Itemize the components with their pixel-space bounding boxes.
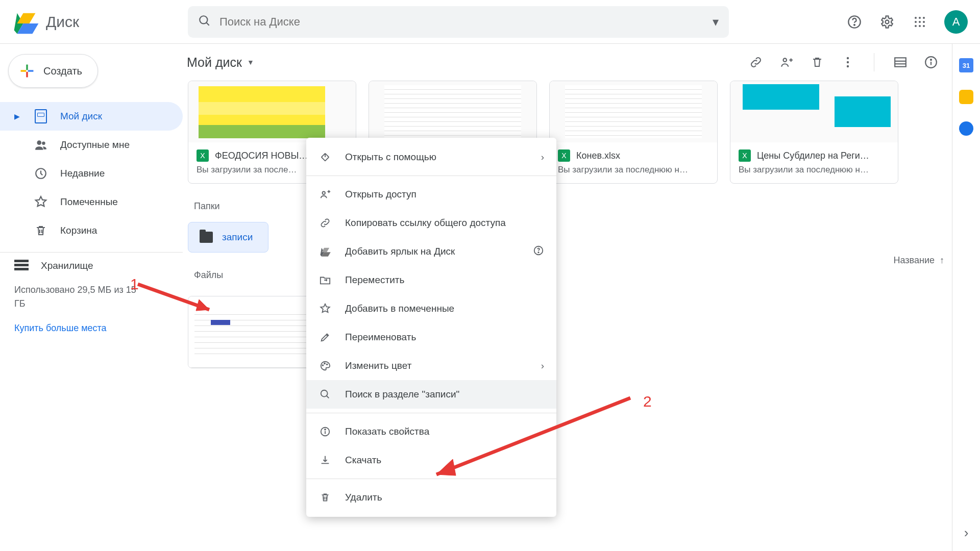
open-with-icon: [318, 151, 332, 164]
search-options-icon[interactable]: ▾: [713, 16, 719, 28]
ctx-label: Копировать ссылку общего доступа: [345, 217, 506, 229]
tasks-app-icon[interactable]: [959, 121, 973, 136]
link-icon: [318, 216, 332, 230]
search-icon: [318, 388, 332, 401]
ctx-delete[interactable]: Удалить: [306, 483, 556, 512]
sidebar-item-shared[interactable]: Доступные мне: [0, 131, 183, 159]
view-list-icon[interactable]: [893, 55, 908, 70]
ctx-label: Удалить: [345, 492, 382, 503]
svg-point-29: [538, 252, 538, 252]
details-icon[interactable]: [923, 55, 939, 70]
ctx-rename[interactable]: Переименовать: [306, 323, 556, 352]
expand-panel-icon[interactable]: ›: [964, 525, 969, 541]
file-title: Цены Субдилер на Реги…: [757, 151, 869, 161]
share-icon[interactable]: [779, 55, 794, 70]
help-icon[interactable]: [846, 14, 863, 30]
svg-marker-41: [436, 459, 456, 475]
search-input[interactable]: [219, 15, 713, 29]
ctx-star[interactable]: Добавить в помеченные: [306, 294, 556, 323]
apps-grid-icon[interactable]: [912, 14, 928, 30]
keep-app-icon[interactable]: [959, 90, 973, 104]
annotation-number-1: 1: [130, 276, 139, 293]
quick-card[interactable]: XЦены Субдилер на Реги… Вы загрузили за …: [730, 81, 898, 184]
get-link-icon[interactable]: [748, 55, 764, 70]
svg-point-4: [886, 20, 889, 23]
svg-point-10: [923, 21, 925, 23]
share-icon: [318, 188, 332, 201]
info-icon: [318, 425, 332, 438]
sort-control[interactable]: Название ↑: [894, 255, 944, 266]
file-subtitle: Вы загрузили за последнюю н…: [550, 165, 717, 183]
file-thumbnail: [730, 81, 898, 142]
xlsx-icon: X: [197, 149, 209, 162]
ctx-copy-link[interactable]: Копировать ссылку общего доступа: [306, 209, 556, 237]
download-icon: [318, 454, 332, 467]
svg-point-7: [923, 17, 925, 19]
breadcrumb[interactable]: Мой диск ▼: [187, 55, 254, 70]
svg-point-8: [915, 21, 917, 23]
svg-point-12: [919, 25, 921, 27]
sidebar-item-trash[interactable]: Корзина: [0, 216, 183, 245]
drive-shortcut-icon: [318, 245, 332, 258]
folder-icon: [200, 232, 213, 243]
shared-icon: [34, 138, 48, 152]
sidebar-item-label: Доступные мне: [60, 139, 130, 151]
recent-icon: [34, 166, 48, 181]
ctx-open-with[interactable]: Открыть с помощью ›: [306, 143, 556, 171]
help-icon[interactable]: [533, 245, 544, 259]
search-bar[interactable]: ▾: [188, 6, 729, 38]
ctx-change-color[interactable]: Изменить цвет ›: [306, 352, 556, 380]
svg-line-40: [436, 398, 630, 474]
annotation-arrow-1: [133, 274, 230, 320]
ctx-separator: [306, 176, 556, 176]
toolbar-actions: [748, 53, 939, 71]
svg-point-27: [323, 192, 326, 195]
ctx-move[interactable]: Переместить: [306, 266, 556, 294]
ctx-add-shortcut[interactable]: Добавить ярлык на Диск: [306, 237, 556, 266]
folder-item[interactable]: записи: [188, 222, 268, 253]
my-drive-icon: [34, 109, 48, 123]
more-icon[interactable]: [840, 55, 855, 70]
sidebar-item-recent[interactable]: Недавние: [0, 159, 183, 188]
svg-point-30: [323, 365, 324, 366]
sidebar-item-label: Помеченные: [60, 196, 118, 208]
sidebar-item-label: Недавние: [60, 168, 105, 179]
calendar-app-icon[interactable]: 31: [959, 58, 973, 72]
annotation-number-2: 2: [643, 393, 652, 410]
sidebar-item-my-drive[interactable]: ▶ Мой диск: [0, 102, 183, 131]
chevron-right-icon: ›: [541, 152, 544, 163]
svg-point-26: [930, 59, 932, 60]
buy-storage-link[interactable]: Купить больше места: [14, 323, 107, 334]
ctx-share[interactable]: Открыть доступ: [306, 180, 556, 209]
svg-line-34: [327, 396, 329, 398]
rename-icon: [318, 331, 332, 344]
ctx-label: Изменить цвет: [345, 360, 411, 371]
ctx-label: Скачать: [345, 455, 381, 466]
palette-icon: [318, 359, 332, 372]
quick-card[interactable]: XКонев.xlsx Вы загрузили за последнюю н…: [549, 81, 718, 184]
create-button[interactable]: Создать: [8, 54, 98, 88]
settings-icon[interactable]: [879, 14, 895, 30]
search-icon: [198, 14, 211, 30]
svg-point-0: [200, 16, 207, 23]
breadcrumb-label: Мой диск: [187, 55, 242, 70]
svg-point-37: [325, 429, 326, 430]
trash-icon: [318, 491, 332, 504]
svg-point-3: [854, 24, 855, 25]
sort-arrow-icon: ↑: [940, 255, 944, 266]
svg-point-33: [321, 390, 328, 397]
delete-icon[interactable]: [810, 55, 825, 70]
svg-point-6: [919, 17, 921, 19]
account-avatar[interactable]: A: [944, 10, 968, 34]
expand-icon[interactable]: ▶: [14, 112, 21, 120]
svg-point-15: [42, 142, 45, 145]
sidebar-divider: [0, 252, 183, 253]
logo-block: Диск: [12, 9, 188, 35]
ctx-label: Переименовать: [345, 332, 416, 343]
sidebar-item-starred[interactable]: Помеченные: [0, 188, 183, 216]
sidebar-item-label: Корзина: [60, 225, 97, 236]
sidebar-nav: ▶ Мой диск Доступные мне Недавние Помече…: [0, 102, 183, 245]
storage-title: Хранилище: [41, 260, 93, 271]
file-thumbnail: [188, 81, 356, 142]
app-header: Диск ▾ A: [0, 0, 980, 44]
